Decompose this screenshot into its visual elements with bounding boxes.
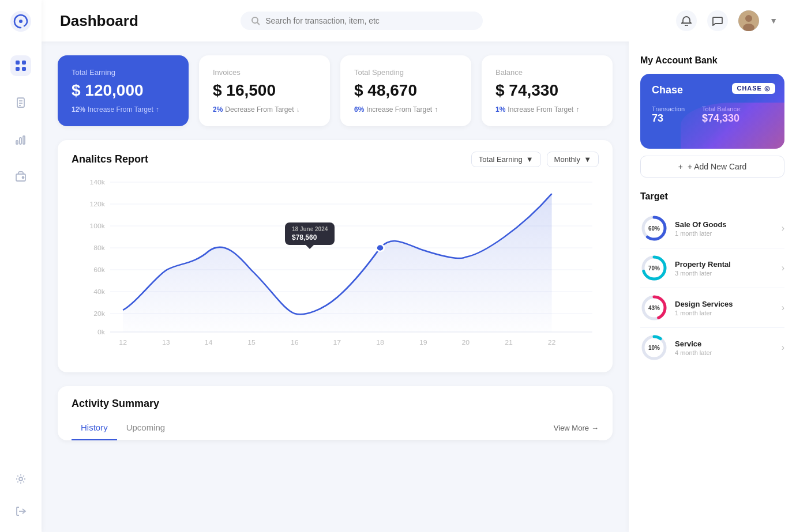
right-sidebar: My Account Bank Chase CHASE ◎ Transactio… — [629, 41, 796, 532]
view-more-label: View More — [554, 424, 589, 432]
trend-label-total-earning: Increase From Target — [88, 105, 153, 114]
target-sub-property-rental: 3 month later — [675, 270, 775, 277]
search-input[interactable] — [265, 16, 472, 25]
notification-button[interactable] — [676, 10, 697, 31]
target-item-property-rental[interactable]: 70% Property Rental 3 month later › — [640, 248, 784, 288]
card-trend-balance: 1% Increase From Target ↑ — [495, 105, 599, 114]
tab-upcoming[interactable]: Upcoming — [117, 417, 175, 440]
bank-card-gradient — [681, 103, 784, 149]
earning-dropdown[interactable]: Total Earning ▼ — [471, 152, 541, 167]
target-sub-sale-of-goods: 1 month later — [675, 230, 775, 237]
svg-text:20: 20 — [461, 339, 470, 346]
target-item-sale-of-goods[interactable]: 60% Sale Of Goods 1 month later › — [640, 209, 784, 248]
chat-icon — [712, 16, 723, 26]
svg-text:21: 21 — [505, 339, 513, 346]
target-name-sale-of-goods: Sale Of Goods — [675, 220, 775, 229]
period-dropdown-label: Monthly — [554, 155, 581, 164]
sidebar-item-logout[interactable] — [10, 501, 31, 522]
svg-text:19: 19 — [419, 339, 427, 346]
target-section: Target 60% Sale Of Goods 1 month later — [640, 191, 784, 367]
chart-header: Analitcs Report Total Earning ▼ Monthly … — [72, 152, 599, 167]
period-dropdown[interactable]: Monthly ▼ — [547, 152, 599, 167]
chevron-right-icon-sale: › — [782, 223, 784, 233]
target-pct-property-rental: 70% — [648, 265, 660, 271]
main-area: Dashboard — [42, 0, 796, 532]
trend-pct-balance: 1% — [495, 105, 505, 114]
trend-pct-total-spending: 6% — [354, 105, 364, 114]
svg-text:14: 14 — [205, 339, 213, 346]
svg-text:20k: 20k — [93, 310, 105, 317]
trend-label-balance: Increase From Target — [508, 105, 573, 114]
chevron-right-icon-design: › — [782, 303, 784, 313]
view-more-button[interactable]: View More → — [554, 424, 599, 432]
svg-point-14 — [22, 177, 24, 179]
target-circle-property-rental: 70% — [640, 254, 668, 282]
svg-rect-11 — [20, 138, 21, 144]
target-pct-service: 10% — [648, 345, 660, 351]
arrow-right-icon: → — [591, 424, 599, 432]
transaction-label: Transaction — [652, 105, 685, 112]
svg-text:120k: 120k — [89, 201, 105, 207]
svg-point-15 — [19, 477, 22, 481]
bell-icon — [681, 16, 692, 26]
message-button[interactable] — [707, 10, 728, 31]
target-item-service[interactable]: 10% Service 4 month later › — [640, 328, 784, 367]
activity-title: Activity Summary — [72, 398, 599, 410]
search-bar[interactable] — [241, 12, 483, 30]
trend-arrow-total-earning: ↑ — [156, 105, 159, 114]
svg-text:80k: 80k — [93, 244, 105, 251]
card-total-spending: Total Spending $ 48,670 6% Increase From… — [340, 55, 471, 126]
svg-text:17: 17 — [333, 339, 341, 346]
target-info-sale-of-goods: Sale Of Goods 1 month later — [675, 220, 775, 237]
svg-point-17 — [252, 17, 258, 23]
sidebar-item-dashboard[interactable] — [10, 55, 31, 76]
page-title: Dashboard — [60, 12, 138, 30]
header: Dashboard — [42, 0, 796, 41]
chevron-right-icon-property: › — [782, 263, 784, 273]
user-chevron[interactable]: ▼ — [769, 16, 778, 25]
sidebar-item-documents[interactable] — [10, 92, 31, 113]
header-actions: ▼ — [676, 10, 778, 31]
analytics-section: Analitcs Report Total Earning ▼ Monthly … — [58, 140, 613, 372]
svg-rect-4 — [16, 67, 20, 71]
activity-tabs: History Upcoming View More → — [72, 417, 599, 440]
sidebar — [0, 0, 42, 532]
target-info-service: Service 4 month later — [675, 339, 775, 356]
bank-section-title: My Account Bank — [640, 55, 784, 66]
sidebar-item-wallet[interactable] — [10, 166, 31, 187]
trend-label-total-spending: Increase From Target — [366, 105, 432, 114]
card-label-total-spending: Total Spending — [354, 68, 457, 77]
svg-point-50 — [376, 244, 384, 251]
card-label-balance: Balance — [495, 68, 599, 77]
trend-pct-invoices: 2% — [213, 105, 223, 114]
main-content: Total Earning $ 120,000 12% Increase Fro… — [42, 41, 629, 532]
sidebar-item-settings[interactable] — [10, 469, 31, 489]
activity-section: Activity Summary History Upcoming View M… — [58, 386, 613, 440]
card-label-invoices: Invoices — [213, 68, 316, 77]
sidebar-item-analytics[interactable] — [10, 129, 31, 150]
svg-point-1 — [19, 20, 22, 23]
chart-controls: Total Earning ▼ Monthly ▼ — [471, 152, 599, 167]
svg-text:18: 18 — [376, 339, 384, 346]
app-logo[interactable] — [10, 10, 32, 35]
target-name-service: Service — [675, 339, 775, 348]
target-name-property-rental: Property Rental — [675, 260, 775, 269]
target-pct-design-services: 43% — [648, 305, 660, 311]
card-trend-total-spending: 6% Increase From Target ↑ — [354, 105, 457, 114]
user-avatar[interactable] — [738, 10, 759, 31]
card-value-total-earning: $ 120,000 — [72, 81, 175, 100]
svg-text:100k: 100k — [89, 222, 105, 229]
card-invoices: Invoices $ 16,500 2% Decrease From Targe… — [199, 55, 330, 126]
target-info-property-rental: Property Rental 3 month later — [675, 260, 775, 277]
target-item-design-services[interactable]: 43% Design Services 1 month later › — [640, 288, 784, 328]
svg-text:12: 12 — [119, 339, 127, 346]
bank-card-logo: CHASE ◎ — [732, 83, 775, 94]
plus-icon: + — [678, 162, 683, 171]
card-value-total-spending: $ 48,670 — [354, 81, 457, 100]
chevron-right-icon-service: › — [782, 342, 784, 353]
svg-text:22: 22 — [548, 339, 556, 346]
tab-history[interactable]: History — [72, 417, 117, 440]
svg-text:0k: 0k — [97, 329, 105, 335]
add-card-button[interactable]: + + Add New Card — [640, 156, 784, 178]
chevron-down-icon-2: ▼ — [584, 155, 591, 164]
